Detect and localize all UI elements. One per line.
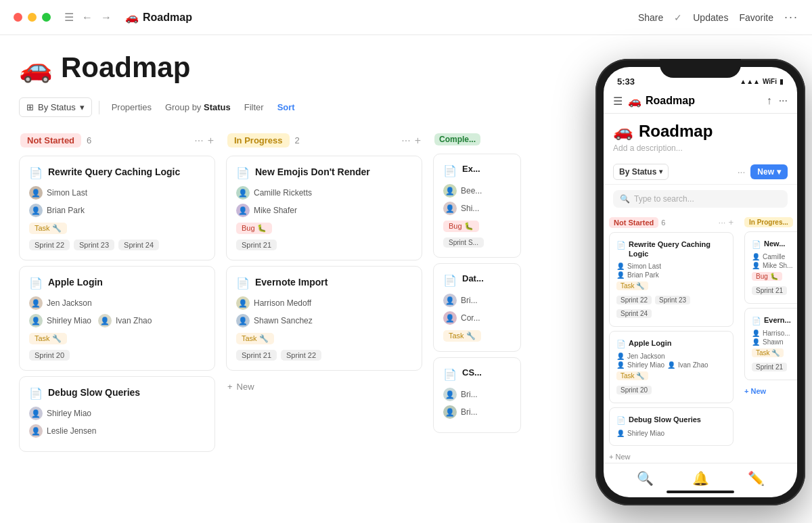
sprint-tag: Sprint 24: [118, 240, 159, 250]
phone-screen: 5:33 ▲▲▲ WiFi ▮ ☰ 🚗 Roadmap ↑ ···: [604, 67, 797, 497]
phone-new-item-ip[interactable]: + New: [744, 384, 797, 398]
phone-search-bar[interactable]: 🔍 Type to search...: [613, 190, 788, 208]
phone-sprints: Sprint 22 Sprint 23 Sprint 24: [616, 294, 726, 319]
properties-button[interactable]: Properties: [106, 98, 157, 116]
sprint-tag: Sprint 21: [236, 350, 277, 361]
sprint-tag: Sprint 22: [281, 350, 321, 361]
back-icon[interactable]: ←: [79, 10, 95, 25]
assignee-row: 👤 Bee...: [443, 184, 511, 198]
maximize-button[interactable]: [42, 13, 51, 22]
assignee-row-2: 👤 Mike Shafer: [236, 204, 412, 217]
status-badge-complete: Comple...: [434, 133, 480, 145]
card-complete-3[interactable]: 📄 CS... 👤 Bri... 👤 Bri...: [433, 357, 521, 433]
phone-tag-task: Task 🔧: [616, 371, 648, 380]
phone-sprints: Sprint 21: [752, 361, 797, 373]
column-more-icon[interactable]: ···: [194, 135, 203, 147]
doc-icon: 📄: [616, 415, 626, 425]
phone-card-1[interactable]: 📄 Rewrite Query Caching Logic 👤 Simon La…: [609, 232, 734, 327]
avatar-2: 👤: [443, 405, 457, 419]
sprint-21: Sprint 21: [752, 286, 787, 295]
column-more-icon[interactable]: ···: [401, 135, 410, 147]
phone-page-desc[interactable]: Add a description...: [604, 143, 797, 160]
assignee-row-2: 👤 Cor...: [443, 311, 511, 325]
phone-menu-icon[interactable]: ☰: [613, 95, 623, 108]
menu-icon[interactable]: ☰: [62, 9, 76, 25]
avatar-icon: 👤: [616, 263, 625, 270]
phone-page-emoji: 🚗: [613, 122, 633, 141]
phone-new-button[interactable]: New ▾: [750, 164, 788, 179]
close-button[interactable]: [14, 13, 22, 22]
phone-col-more-icon[interactable]: ···: [719, 217, 726, 227]
phone-time: 5:33: [617, 76, 635, 87]
tag-task: Task 🔧: [29, 223, 67, 234]
phone-new-item[interactable]: + New: [609, 450, 734, 463]
sort-button[interactable]: Sort: [272, 98, 300, 116]
mobile-overlay: 5:33 ▲▲▲ WiFi ▮ ☰ 🚗 Roadmap ↑ ···: [589, 0, 812, 523]
avatar-icon: 👤: [616, 353, 625, 360]
phone-card-ip-2[interactable]: 📄 Evern... 👤 Harriso... 👤 Shawn Task 🔧 S…: [744, 308, 797, 380]
column-add-icon[interactable]: +: [208, 135, 214, 147]
card-complete-1[interactable]: 📄 Ex... 👤 Bee... 👤 Shi... Bug 🐛: [433, 154, 521, 258]
assignee-row-2: 👤 Shirley Miao 👤 Ivan Zhao: [29, 314, 205, 327]
add-in-progress-item[interactable]: + New: [226, 376, 422, 397]
phone-share-icon[interactable]: ↑: [767, 95, 772, 107]
group-by-button[interactable]: Group by Status: [160, 98, 236, 116]
assignee-name-2: Shi...: [461, 204, 479, 213]
phone-card-2[interactable]: 📄 Apple Login 👤 Jen Jackson 👤 Shirley Mi…: [609, 331, 734, 403]
avatar-icon: 👤: [752, 329, 760, 337]
avatar: 👤: [443, 294, 457, 307]
phone-tag-bug: Bug 🐛: [752, 272, 782, 281]
assignee-name: Shirley Miao: [47, 409, 91, 418]
by-status-button[interactable]: ⊞ By Status ▾: [19, 97, 92, 117]
tags-row: Bug 🐛: [443, 221, 511, 232]
avatar-icon: 👤: [616, 430, 625, 437]
column-add-icon[interactable]: +: [415, 135, 421, 147]
phone-assignee-2: 👤 Shawn: [752, 338, 797, 346]
card-emojis[interactable]: 📄 New Emojis Don't Render 👤 Camille Rick…: [226, 156, 422, 260]
filter-button[interactable]: Filter: [239, 98, 269, 116]
sprint-tag: Sprint 20: [29, 350, 70, 361]
phone-col-in-progress: In Progres... 📄 New... 👤 Camille 👤 Mike …: [739, 213, 797, 463]
phone-card-3[interactable]: 📄 Debug Slow Queries 👤 Shirley Miao: [609, 407, 734, 445]
doc-icon: 📄: [236, 166, 250, 179]
phone-col-add-icon[interactable]: +: [728, 217, 734, 227]
phone-compose-tab[interactable]: ✏️: [748, 470, 765, 486]
assignee-name: Harrison Medoff: [254, 298, 311, 308]
sprint-20: Sprint 20: [616, 386, 652, 394]
forward-icon[interactable]: →: [98, 10, 114, 25]
sprints-row: Sprint 20: [29, 350, 205, 361]
phone-col-not-started: Not Started 6 ··· + 📄 Rewrite Query Cach…: [604, 213, 739, 463]
battery-icon: ▮: [780, 78, 784, 85]
assignee-name-2: Leslie Jensen: [47, 426, 96, 436]
avatar: 👤: [443, 184, 457, 198]
assignee-row-2: 👤 Leslie Jensen: [29, 424, 205, 438]
card-debug-queries[interactable]: 📄 Debug Slow Queries 👤 Shirley Miao 👤 Le…: [19, 376, 215, 452]
card-title: Debug Slow Queries: [48, 386, 140, 399]
phone-by-status-label: By Status: [619, 167, 656, 177]
card-complete-2[interactable]: 📄 Dat... 👤 Bri... 👤 Cor... Task 🔧: [433, 263, 521, 352]
phone-assignee: 👤 Camille: [752, 253, 797, 260]
tag-task: Task 🔧: [236, 333, 274, 344]
sprint-21b: Sprint 21: [752, 363, 787, 371]
card-rewrite-query[interactable]: 📄 Rewrite Query Caching Logic 👤 Simon La…: [19, 156, 215, 260]
card-evernote[interactable]: 📄 Evernote Import 👤 Harrison Medoff 👤 Sh…: [226, 266, 422, 371]
assignee-name-2: Brian Park: [47, 206, 85, 215]
plus-icon: +: [609, 453, 613, 461]
phone-notifications-tab[interactable]: 🔔: [692, 470, 709, 486]
sprint-23: Sprint 23: [655, 296, 690, 304]
phone-toolbar-more[interactable]: ···: [738, 166, 746, 177]
phone-by-status-button[interactable]: By Status ▾: [613, 164, 669, 180]
card-apple-login[interactable]: 📄 Apple Login 👤 Jen Jackson 👤 Shirley Mi…: [19, 266, 215, 371]
phone-more-icon[interactable]: ···: [779, 95, 788, 107]
avatar-2: 👤: [443, 311, 457, 325]
signal-icon: ▲▲▲: [740, 78, 760, 85]
avatar-2: 👤: [236, 204, 250, 217]
phone-card-ip-1[interactable]: 📄 New... 👤 Camille 👤 Mike Sh... Bug 🐛 Sp…: [744, 231, 797, 304]
phone-search-tab[interactable]: 🔍: [637, 470, 654, 486]
assignee-row: 👤 Jen Jackson: [29, 296, 205, 310]
minimize-button[interactable]: [28, 13, 37, 22]
phone-status-in-progress: In Progres...: [744, 217, 793, 227]
phone-assignee-2: 👤 Brian Park: [616, 271, 726, 279]
doc-icon: 📄: [236, 277, 250, 290]
not-started-count: 6: [87, 135, 91, 145]
